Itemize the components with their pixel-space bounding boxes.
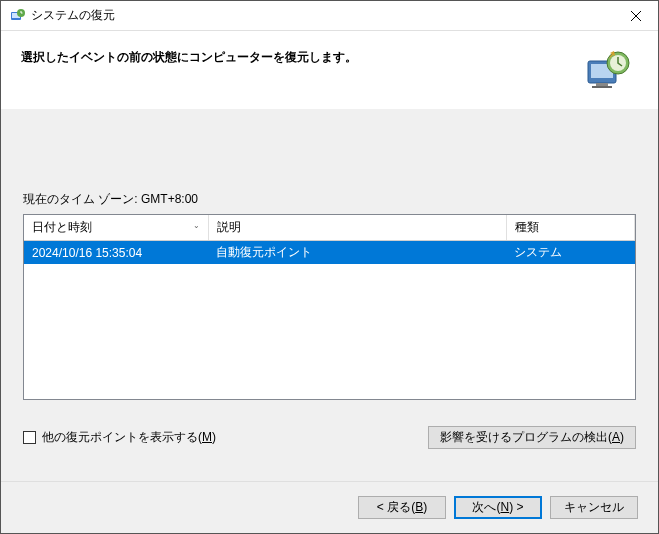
back-button[interactable]: < 戻る(B): [358, 496, 446, 519]
titlebar: システムの復元: [1, 1, 658, 31]
scan-affected-programs-button[interactable]: 影響を受けるプログラムの検出(A): [428, 426, 636, 449]
restore-points-table[interactable]: 日付と時刻⌄ 説明 種類 2024/10/16 15:35:04 自動復元ポイン…: [23, 214, 636, 400]
timezone-label: 現在のタイム ゾーン: GMT+8:00: [23, 191, 636, 208]
cell-date: 2024/10/16 15:35:04: [24, 241, 208, 265]
close-button[interactable]: [613, 1, 658, 30]
svg-rect-5: [596, 83, 608, 86]
content-area: 現在のタイム ゾーン: GMT+8:00 日付と時刻⌄ 説明 種類 2024/1…: [1, 109, 658, 481]
column-header-type[interactable]: 種類: [506, 215, 635, 241]
header-area: 選択したイベントの前の状態にコンピューターを復元します。: [1, 31, 658, 109]
cell-type: システム: [506, 241, 635, 265]
footer: < 戻る(B) 次へ(N) > キャンセル: [1, 481, 658, 533]
system-restore-icon: [9, 8, 25, 24]
window-title: システムの復元: [31, 7, 613, 24]
header-text: 選択したイベントの前の状態にコンピューターを復元します。: [21, 47, 572, 66]
svg-rect-6: [592, 86, 612, 88]
cell-desc: 自動復元ポイント: [208, 241, 506, 265]
column-header-date[interactable]: 日付と時刻⌄: [24, 215, 208, 241]
show-more-label: 他の復元ポイントを表示する(M): [42, 429, 216, 446]
column-header-description[interactable]: 説明: [208, 215, 506, 241]
cancel-button[interactable]: キャンセル: [550, 496, 638, 519]
show-more-checkbox[interactable]: [23, 431, 36, 444]
system-restore-window: システムの復元 選択したイベントの前の状態にコンピューターを復元します。 現在の…: [0, 0, 659, 534]
show-more-checkbox-wrap[interactable]: 他の復元ポイントを表示する(M): [23, 429, 216, 446]
next-button[interactable]: 次へ(N) >: [454, 496, 542, 519]
below-table-row: 他の復元ポイントを表示する(M) 影響を受けるプログラムの検出(A): [23, 426, 636, 449]
table-row[interactable]: 2024/10/16 15:35:04 自動復元ポイント システム: [24, 241, 635, 265]
restore-large-icon: [582, 47, 630, 95]
